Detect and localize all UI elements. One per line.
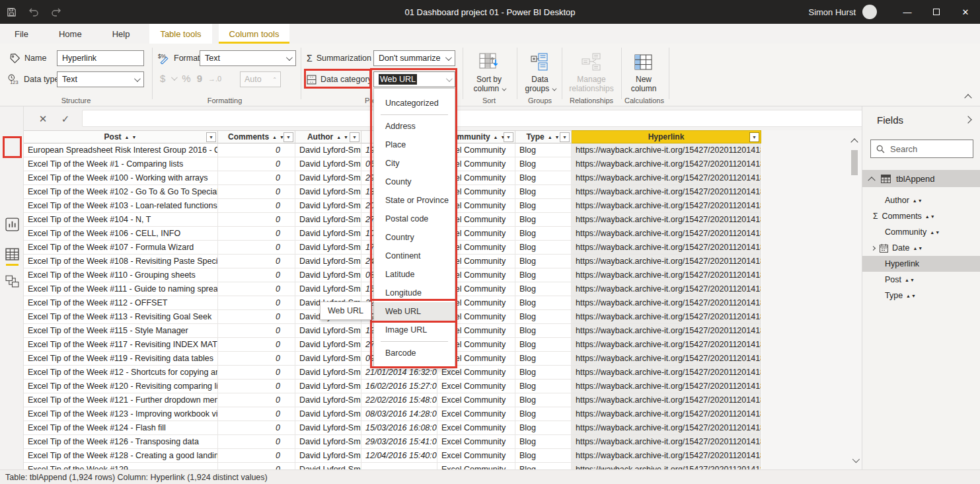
cell-community[interactable]: Excel Community bbox=[437, 393, 515, 407]
summarization-select[interactable]: Don't summarize bbox=[373, 50, 455, 66]
cell-type[interactable]: Blog bbox=[515, 324, 572, 338]
field-item-author[interactable]: Author▲▼ bbox=[862, 192, 980, 208]
cell-hyperlink[interactable]: https://wayback.archive-it.org/15427/202… bbox=[572, 143, 761, 157]
sort-by-column-button[interactable]: Sort bycolumn bbox=[465, 49, 513, 93]
signed-in-user[interactable]: Simon Hurst bbox=[808, 7, 856, 17]
cell-hyperlink[interactable]: https://wayback.archive-it.org/15427/202… bbox=[572, 435, 761, 449]
thousands-separator-icon[interactable]: 9 bbox=[197, 73, 202, 84]
cell-community[interactable]: Excel Community bbox=[437, 366, 515, 380]
cell-hyperlink[interactable]: https://wayback.archive-it.org/15427/202… bbox=[572, 338, 761, 352]
format-select[interactable]: Text bbox=[200, 50, 296, 66]
column-header-comments[interactable]: Comments▲ ▼▼ bbox=[218, 130, 295, 143]
cell-author[interactable]: David Lyford-Smith bbox=[295, 255, 361, 268]
cell-date[interactable]: 16/02/2016 15:27:00 bbox=[361, 380, 437, 393]
cell-comments[interactable]: 0 bbox=[218, 227, 295, 241]
cell-author[interactable]: David Lyford-Smith bbox=[295, 282, 361, 296]
cell-post[interactable]: Excel Tip of the Week #12 - Shortcuts fo… bbox=[24, 366, 218, 380]
collapse-fields-pane-icon[interactable] bbox=[964, 116, 971, 123]
scrollbar-thumb[interactable] bbox=[851, 150, 858, 175]
cell-author[interactable]: David Lyford-Smith bbox=[295, 185, 361, 199]
vertical-scrollbar[interactable] bbox=[850, 130, 859, 469]
cell-type[interactable]: Blog bbox=[515, 296, 572, 310]
cell-type[interactable]: Blog bbox=[515, 157, 572, 171]
cell-post[interactable]: Excel Tip of the Week #119 - Revisiting … bbox=[24, 352, 218, 366]
cell-post[interactable]: Excel Tip of the Week #106 - CELL, INFO bbox=[24, 227, 218, 241]
tab-file[interactable]: File bbox=[4, 24, 39, 44]
undo-icon[interactable] bbox=[22, 0, 45, 24]
cell-hyperlink[interactable]: https://wayback.archive-it.org/15427/202… bbox=[572, 449, 761, 463]
cell-date[interactable]: 21/01/2014 16:32:00 bbox=[361, 366, 437, 380]
cell-type[interactable]: Blog bbox=[515, 366, 572, 380]
cell-hyperlink[interactable]: https://wayback.archive-it.org/15427/202… bbox=[572, 268, 761, 282]
cell-post[interactable]: Excel Tip of the Week #111 - Guide to na… bbox=[24, 282, 218, 296]
cell-hyperlink[interactable]: https://wayback.archive-it.org/15427/202… bbox=[572, 296, 761, 310]
cell-author[interactable]: David Lyford-Smith bbox=[295, 366, 361, 380]
cell-type[interactable]: Blog bbox=[515, 352, 572, 366]
cell-comments[interactable]: 0 bbox=[218, 310, 295, 324]
cell-comments[interactable]: 0 bbox=[218, 393, 295, 407]
cell-hyperlink[interactable]: https://wayback.archive-it.org/15427/202… bbox=[572, 310, 761, 324]
cell-author[interactable]: David Lyford-Smith bbox=[295, 435, 361, 449]
cell-post[interactable]: Excel Tip of the Week #129 - bbox=[24, 463, 218, 469]
column-header-hyperlink[interactable]: Hyperlink▼ bbox=[572, 130, 761, 143]
cell-hyperlink[interactable]: https://wayback.archive-it.org/15427/202… bbox=[572, 213, 761, 227]
field-item-hyperlink[interactable]: Hyperlink bbox=[862, 256, 980, 272]
new-column-button[interactable]: Newcolumn bbox=[620, 49, 667, 93]
cell-community[interactable]: Excel Community bbox=[437, 463, 515, 469]
manage-relationships-button[interactable]: Managerelationships bbox=[565, 49, 618, 93]
scroll-up-icon[interactable] bbox=[850, 138, 858, 145]
fields-table-tblappend[interactable]: tblAppend bbox=[862, 170, 980, 187]
filter-dropdown-icon[interactable]: ▼ bbox=[560, 132, 570, 142]
cell-community[interactable]: Excel Community bbox=[437, 435, 515, 449]
cell-comments[interactable]: 0 bbox=[218, 199, 295, 213]
minimize-button[interactable]: — bbox=[893, 0, 922, 24]
cell-community[interactable]: Excel Community bbox=[437, 449, 515, 463]
formula-input[interactable] bbox=[82, 110, 874, 127]
cell-date[interactable]: 15/03/2016 16:08:00 bbox=[361, 421, 437, 435]
name-input[interactable]: Hyperlink bbox=[57, 50, 144, 66]
cell-post[interactable]: Excel Tip of the Week #107 - Formula Wiz… bbox=[24, 241, 218, 255]
cell-author[interactable]: David Lyford-Smith bbox=[295, 380, 361, 393]
cell-date[interactable]: 12/04/2016 15:40:00 bbox=[361, 449, 437, 463]
cell-hyperlink[interactable]: https://wayback.archive-it.org/15427/202… bbox=[572, 255, 761, 268]
fields-search-box[interactable]: Search bbox=[870, 140, 973, 158]
expand-icon[interactable] bbox=[871, 245, 876, 250]
cell-post[interactable]: Excel Tip of the Week #110 - Grouping sh… bbox=[24, 268, 218, 282]
cell-hyperlink[interactable]: https://wayback.archive-it.org/15427/202… bbox=[572, 199, 761, 213]
cell-author[interactable]: David Lyford-Smith bbox=[295, 268, 361, 282]
field-item-type[interactable]: Type▲▼ bbox=[862, 288, 980, 303]
dropdown-item-county[interactable]: County bbox=[374, 173, 455, 191]
collapse-ribbon-icon[interactable] bbox=[964, 94, 971, 101]
filter-dropdown-icon[interactable]: ▼ bbox=[749, 132, 759, 142]
field-item-post[interactable]: Post▲▼ bbox=[862, 272, 980, 288]
cell-type[interactable]: Blog bbox=[515, 171, 572, 185]
column-header-post[interactable]: Post▲ ▼▼ bbox=[24, 130, 218, 143]
cell-post[interactable]: Excel Tip of the Week #104 - N, T bbox=[24, 213, 218, 227]
decimal-auto-spinner[interactable]: Auto⌃ bbox=[240, 71, 281, 87]
dropdown-item-place[interactable]: Place bbox=[374, 136, 455, 154]
cell-hyperlink[interactable]: https://wayback.archive-it.org/15427/202… bbox=[572, 352, 761, 366]
cell-author[interactable]: David Lyford-Smith bbox=[295, 171, 361, 185]
cell-community[interactable]: Excel Community bbox=[437, 421, 515, 435]
cell-hyperlink[interactable]: https://wayback.archive-it.org/15427/202… bbox=[572, 185, 761, 199]
cell-date[interactable]: 29/03/2016 15:41:00 bbox=[361, 435, 437, 449]
cell-author[interactable]: David Lyford-Smith bbox=[295, 199, 361, 213]
cell-post[interactable]: Excel Tip of the Week #113 - Revisiting … bbox=[24, 310, 218, 324]
cell-type[interactable]: Blog bbox=[515, 213, 572, 227]
column-header-author[interactable]: Author▲ ▼▼ bbox=[295, 130, 361, 143]
cell-community[interactable]: Excel Community bbox=[437, 407, 515, 421]
cell-author[interactable]: David Lyford-Smith bbox=[295, 213, 361, 227]
cell-post[interactable]: Excel Tip of the Week #120 - Revisiting … bbox=[24, 380, 218, 393]
cell-post[interactable]: Excel Tip of the Week #100 - Working wit… bbox=[24, 171, 218, 185]
cell-hyperlink[interactable]: https://wayback.archive-it.org/15427/202… bbox=[572, 366, 761, 380]
field-item-date[interactable]: Date▲▼ bbox=[862, 240, 980, 256]
cell-comments[interactable]: 0 bbox=[218, 171, 295, 185]
cell-post[interactable]: European Spreadsheet Risk Interest Group… bbox=[24, 143, 218, 157]
cell-hyperlink[interactable]: https://wayback.archive-it.org/15427/202… bbox=[572, 380, 761, 393]
cell-hyperlink[interactable]: https://wayback.archive-it.org/15427/202… bbox=[572, 282, 761, 296]
data-groups-button[interactable]: Datagroups bbox=[516, 49, 564, 93]
column-header-type[interactable]: Type▲ ▼▼ bbox=[515, 130, 572, 143]
filter-dropdown-icon[interactable]: ▼ bbox=[504, 132, 513, 142]
cell-hyperlink[interactable]: https://wayback.archive-it.org/15427/202… bbox=[572, 463, 761, 469]
dropdown-item-continent[interactable]: Continent bbox=[374, 247, 455, 265]
